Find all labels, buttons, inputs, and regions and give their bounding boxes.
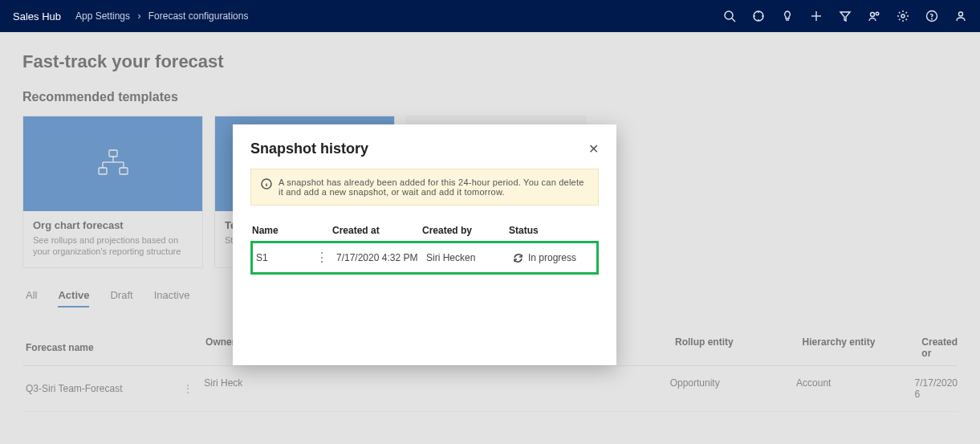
snapshot-row[interactable]: S1 ⋮ 7/17/2020 4:32 PM Siri Hecken In pr… bbox=[254, 245, 595, 271]
person-icon[interactable] bbox=[954, 10, 967, 22]
breadcrumb-item[interactable]: App Settings bbox=[75, 10, 130, 22]
col-header-status: Status bbox=[509, 225, 597, 236]
col-header-created-by: Created by bbox=[422, 225, 509, 236]
breadcrumb-item[interactable]: Forecast configurations bbox=[148, 10, 249, 22]
top-nav: Sales Hub App Settings › Forecast config… bbox=[0, 0, 980, 32]
people-icon[interactable] bbox=[868, 10, 880, 22]
breadcrumb: App Settings › Forecast configurations bbox=[75, 10, 248, 22]
lightbulb-icon[interactable] bbox=[781, 10, 794, 22]
svg-point-11 bbox=[959, 12, 963, 16]
row-menu-icon[interactable]: ⋮ bbox=[315, 251, 328, 264]
target-icon[interactable] bbox=[752, 10, 765, 22]
info-icon bbox=[261, 178, 272, 189]
snapshot-table-header: Name Created at Created by Status bbox=[250, 220, 599, 241]
close-icon[interactable]: ✕ bbox=[588, 141, 599, 157]
snapshot-history-modal: Snapshot history ✕ A snapshot has alread… bbox=[233, 124, 616, 365]
cell-snapshot-name: S1 bbox=[256, 252, 268, 263]
cell-created-at: 7/17/2020 4:32 PM bbox=[336, 252, 426, 263]
svg-point-8 bbox=[901, 14, 905, 18]
plus-icon[interactable] bbox=[810, 10, 823, 22]
search-icon[interactable] bbox=[723, 10, 736, 22]
highlighted-row: S1 ⋮ 7/17/2020 4:32 PM Siri Hecken In pr… bbox=[250, 241, 599, 275]
svg-point-6 bbox=[871, 13, 875, 17]
cell-status: In progress bbox=[528, 252, 576, 263]
help-icon[interactable] bbox=[925, 10, 938, 22]
filter-icon[interactable] bbox=[839, 10, 852, 22]
info-text: A snapshot has already been added for th… bbox=[279, 177, 588, 197]
refresh-icon bbox=[513, 253, 523, 263]
svg-point-0 bbox=[725, 11, 733, 19]
svg-point-7 bbox=[876, 12, 879, 15]
chevron-right-icon: › bbox=[137, 10, 140, 22]
cell-created-by: Siri Hecken bbox=[426, 252, 513, 263]
modal-title: Snapshot history bbox=[250, 141, 368, 157]
svg-point-10 bbox=[932, 18, 933, 19]
gear-icon[interactable] bbox=[897, 10, 909, 22]
col-header-created-at: Created at bbox=[332, 225, 422, 236]
app-name[interactable]: Sales Hub bbox=[13, 10, 61, 22]
svg-line-1 bbox=[732, 18, 735, 22]
col-header-name: Name bbox=[252, 225, 332, 236]
info-banner: A snapshot has already been added for th… bbox=[250, 169, 599, 206]
top-icons bbox=[723, 10, 967, 22]
